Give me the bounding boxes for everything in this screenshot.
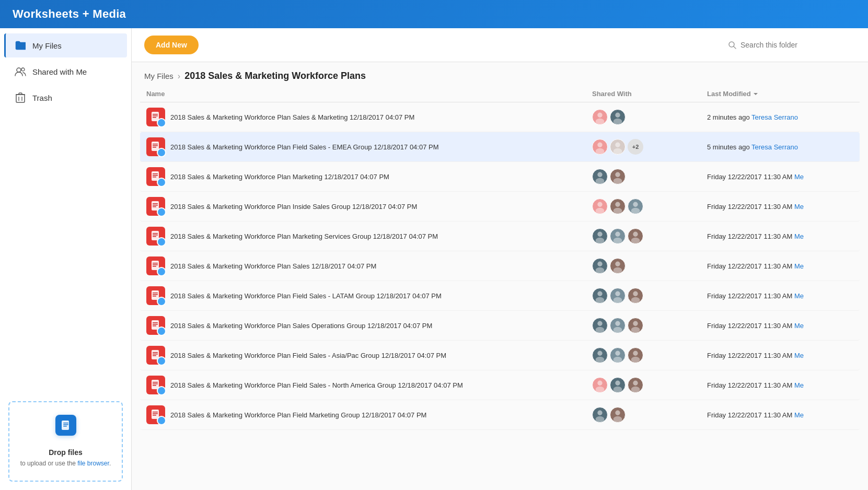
svg-point-109 (596, 416, 605, 422)
file-name-text: 2018 Sales & Marketing Workforce Plan Ma… (170, 232, 438, 240)
avatar (592, 318, 608, 333)
sidebar-item-shared-with-me[interactable]: Shared with Me (4, 60, 127, 84)
svg-rect-74 (152, 320, 159, 330)
svg-point-61 (596, 267, 605, 273)
modified-cell: Friday 12/22/2017 11:30 AM Me (707, 381, 853, 389)
file-list-header: Name Shared With Last Modified (140, 86, 860, 102)
sidebar: My Files Shared with Me (0, 28, 132, 490)
worksheet-icon (151, 349, 161, 361)
svg-point-41 (596, 208, 605, 214)
avatar (610, 139, 626, 155)
svg-point-98 (597, 381, 602, 386)
modified-cell: Friday 12/22/2017 11:30 AM Me (707, 292, 853, 300)
table-row[interactable]: 2018 Sales & Marketing Workforce Plan Fi… (140, 132, 860, 162)
table-row[interactable]: 2018 Sales & Marketing Workforce Plan Sa… (140, 311, 860, 341)
svg-point-68 (597, 291, 602, 296)
table-row[interactable]: 2018 Sales & Marketing Workforce Plan Fi… (140, 400, 860, 430)
avatar (592, 377, 608, 393)
svg-point-73 (631, 297, 640, 303)
svg-point-16 (597, 113, 602, 118)
search-input[interactable] (740, 41, 855, 49)
svg-rect-15 (153, 117, 156, 118)
svg-rect-23 (153, 147, 156, 148)
worksheet-icon (151, 201, 161, 212)
app-header: Worksheets + Media (0, 0, 868, 28)
svg-point-25 (596, 148, 605, 154)
file-icon (146, 227, 165, 246)
svg-rect-56 (152, 261, 159, 270)
modified-by: Me (794, 411, 804, 419)
avatar (592, 347, 608, 363)
avatar-more-count: +2 (628, 139, 643, 155)
svg-point-102 (633, 381, 638, 386)
svg-point-99 (596, 387, 605, 392)
file-browser-link[interactable]: file browser (77, 460, 109, 467)
modified-cell: Friday 12/22/2017 11:30 AM Me (707, 203, 853, 211)
column-last-modified: Last Modified (707, 90, 853, 98)
modified-cell: Friday 12/22/2017 11:30 AM Me (707, 411, 853, 419)
svg-point-52 (615, 232, 620, 237)
svg-point-19 (614, 119, 622, 124)
table-row[interactable]: 2018 Sales & Marketing Workforce Plan Ma… (140, 162, 860, 192)
file-name-cell: 2018 Sales & Marketing Workforce Plan Ma… (146, 167, 592, 186)
table-row[interactable]: 2018 Sales & Marketing Workforce Plan Sa… (140, 102, 860, 132)
svg-rect-7 (63, 423, 68, 424)
table-row[interactable]: 2018 Sales & Marketing Workforce Plan Fi… (140, 281, 860, 311)
app-title: Worksheets + Media (13, 7, 126, 21)
worksheet-icon (151, 409, 161, 421)
svg-rect-2 (16, 95, 25, 102)
avatar (628, 347, 643, 363)
svg-point-90 (615, 351, 620, 356)
table-row[interactable]: 2018 Sales & Marketing Workforce Plan Fi… (140, 370, 860, 400)
file-name-text: 2018 Sales & Marketing Workforce Plan Fi… (170, 381, 463, 389)
file-name-cell: 2018 Sales & Marketing Workforce Plan Ma… (146, 227, 592, 246)
svg-point-82 (633, 321, 638, 326)
svg-point-27 (614, 148, 622, 154)
modified-by: Teresa Serrano (751, 143, 798, 151)
svg-point-83 (631, 327, 640, 333)
add-new-button[interactable]: Add New (144, 36, 199, 54)
worksheet-icon (151, 141, 161, 153)
main-layout: My Files Shared with Me (0, 28, 868, 490)
svg-point-43 (614, 208, 622, 214)
svg-rect-36 (152, 201, 159, 211)
svg-point-100 (615, 381, 620, 386)
svg-point-54 (633, 232, 638, 237)
file-name-cell: 2018 Sales & Marketing Workforce Plan Fi… (146, 286, 592, 305)
svg-line-11 (734, 46, 736, 49)
table-row[interactable]: 2018 Sales & Marketing Workforce Plan In… (140, 192, 860, 221)
sidebar-item-my-files[interactable]: My Files (4, 33, 127, 57)
search-icon (728, 41, 736, 49)
svg-point-81 (614, 327, 622, 333)
shared-with-avatars (592, 288, 707, 304)
shared-with-avatars (592, 407, 707, 423)
svg-rect-76 (153, 324, 158, 325)
table-row[interactable]: 2018 Sales & Marketing Workforce Plan Sa… (140, 251, 860, 281)
search-box (728, 41, 855, 49)
file-icon (146, 346, 165, 365)
file-icon (146, 316, 165, 335)
svg-rect-64 (152, 290, 159, 300)
svg-rect-87 (153, 355, 156, 356)
svg-point-72 (633, 291, 638, 296)
avatar (610, 377, 626, 393)
svg-rect-58 (153, 264, 158, 265)
drop-icon (52, 415, 80, 443)
breadcrumb: My Files › 2018 Sales & Marketing Workfo… (132, 62, 868, 86)
breadcrumb-root[interactable]: My Files (144, 72, 173, 80)
avatar (628, 199, 643, 214)
worksheet-icon (151, 290, 161, 301)
table-row[interactable]: 2018 Sales & Marketing Workforce Plan Ma… (140, 221, 860, 251)
table-row[interactable]: 2018 Sales & Marketing Workforce Plan Fi… (140, 341, 860, 370)
svg-rect-39 (153, 206, 156, 207)
column-shared-with: Shared With (592, 90, 707, 98)
avatar (610, 407, 626, 423)
svg-point-69 (596, 297, 605, 303)
sidebar-item-trash[interactable]: Trash (4, 86, 127, 110)
worksheet-icon (151, 230, 161, 242)
worksheet-icon (151, 320, 161, 331)
file-name-text: 2018 Sales & Marketing Workforce Plan Fi… (170, 352, 446, 359)
svg-point-35 (614, 178, 622, 184)
svg-point-55 (631, 238, 640, 243)
file-icon (146, 376, 165, 394)
